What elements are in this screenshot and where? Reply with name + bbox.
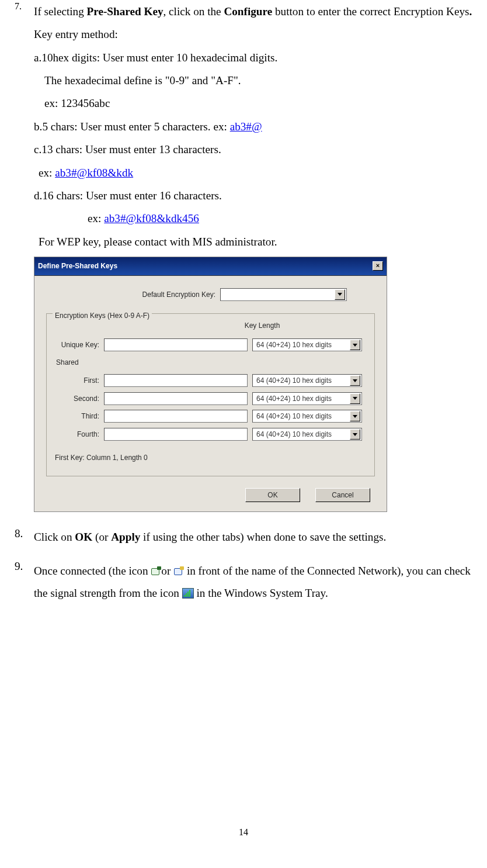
group-title: Encryption Keys (Hex 0-9 A-F) (53, 309, 152, 323)
text: The hexadecimal define is "0-9" and "A-F… (34, 69, 478, 92)
text: d.16 chars: User must enter 16 character… (34, 184, 478, 207)
combo-value: 64 (40+24) 10 hex digits (256, 427, 332, 442)
chevron-down-icon (350, 340, 360, 350)
unique-key-input[interactable] (104, 338, 248, 351)
dialog-titlebar: Define Pre-Shared Keys × (34, 257, 387, 276)
list-body: If selecting Pre-Shared Key, click on th… (34, 0, 478, 523)
text-bold: . (469, 5, 472, 18)
unique-key-label: Unique Key: (55, 338, 99, 352)
second-label: Second: (55, 392, 99, 406)
text-bold: Configure (224, 5, 272, 18)
default-key-combo[interactable] (220, 288, 347, 301)
signal-tray-icon (182, 588, 194, 599)
text-bold: OK (75, 531, 92, 543)
list-item-8: 8. Click on OK (or Apply if using the ot… (15, 527, 478, 548)
text: Once connected (the icon (34, 565, 151, 577)
text: , click on the (164, 5, 224, 18)
list-number: 7. (15, 0, 34, 523)
chevron-down-icon (350, 393, 360, 404)
text: button to enter the correct Encryption K… (272, 5, 469, 18)
dialog-title: Define Pre-Shared Keys (38, 259, 117, 274)
fourth-length-combo[interactable]: 64 (40+24) 10 hex digits (252, 428, 362, 441)
list-number: 8. (15, 527, 34, 548)
key-status-text: First Key: Column 1, Length 0 (55, 451, 366, 465)
list-item-7: 7. If selecting Pre-Shared Key, click on… (15, 0, 478, 523)
chevron-down-icon (350, 411, 360, 421)
combo-value: 64 (40+24) 10 hex digits (256, 409, 332, 424)
text: c.13 chars: User must enter 13 character… (34, 138, 478, 161)
second-input[interactable] (104, 392, 248, 405)
text: ex: 123456abc (34, 92, 478, 115)
text: For WEP key, please contact with MIS adm… (34, 230, 478, 253)
list-item-9: 9. Once connected (the icon or in front … (15, 560, 478, 604)
chevron-down-icon (350, 375, 360, 386)
text-bold: Pre-Shared Key (87, 5, 164, 18)
text: ex: (39, 167, 55, 179)
list-body: Click on OK (or Apply if using the other… (34, 527, 478, 548)
text: ex: (88, 212, 104, 224)
connected-green-icon (151, 566, 161, 576)
first-length-combo[interactable]: 64 (40+24) 10 hex digits (252, 374, 362, 387)
text: (or (92, 531, 111, 543)
link-example-b[interactable]: ab3#@ (230, 120, 262, 133)
dialog-define-pre-shared-keys: Define Pre-Shared Keys × Default Encrypt… (34, 257, 387, 512)
group-encryption-keys: Encryption Keys (Hex 0-9 A-F) Key Length… (46, 313, 375, 476)
close-button[interactable]: × (373, 261, 383, 271)
text: Key entry method: (34, 23, 478, 46)
combo-value: 64 (40+24) 10 hex digits (256, 392, 332, 406)
chevron-down-icon (335, 289, 345, 300)
page-number: 14 (0, 827, 487, 838)
text: b.5 chars: User must enter 5 characters.… (34, 120, 230, 133)
text: if using the other tabs) when done to sa… (140, 531, 386, 543)
third-input[interactable] (104, 410, 248, 423)
list-number: 9. (15, 560, 34, 604)
chevron-down-icon (350, 429, 360, 440)
combo-value: 64 (40+24) 10 hex digits (256, 338, 332, 352)
key-length-header: Key Length (210, 319, 314, 333)
text: or (161, 565, 173, 577)
text: If selecting (34, 5, 87, 18)
fourth-label: Fourth: (55, 427, 99, 442)
text-bold: Apply (111, 531, 140, 543)
unique-key-length-combo[interactable]: 64 (40+24) 10 hex digits (252, 338, 362, 351)
fourth-input[interactable] (104, 428, 248, 441)
third-label: Third: (55, 409, 99, 424)
first-input[interactable] (104, 374, 248, 387)
combo-value: 64 (40+24) 10 hex digits (256, 374, 332, 388)
cancel-button[interactable]: Cancel (315, 488, 370, 502)
link-example-c[interactable]: ab3#@kf08&kdk (55, 167, 133, 179)
text: in the Windows System Tray. (194, 587, 328, 599)
default-key-label: Default Encryption Key: (46, 288, 220, 302)
text: a.10hex digits: User must enter 10 hexad… (34, 46, 478, 69)
first-label: First: (55, 374, 99, 388)
text: Click on (34, 531, 75, 543)
shared-label: Shared (56, 355, 366, 370)
second-length-combo[interactable]: 64 (40+24) 10 hex digits (252, 392, 362, 405)
connected-blue-icon (173, 566, 184, 576)
link-example-d[interactable]: ab3#@kf08&kdk456 (104, 212, 199, 224)
third-length-combo[interactable]: 64 (40+24) 10 hex digits (252, 410, 362, 423)
list-body: Once connected (the icon or in front of … (34, 560, 478, 604)
ok-button[interactable]: OK (245, 488, 300, 502)
